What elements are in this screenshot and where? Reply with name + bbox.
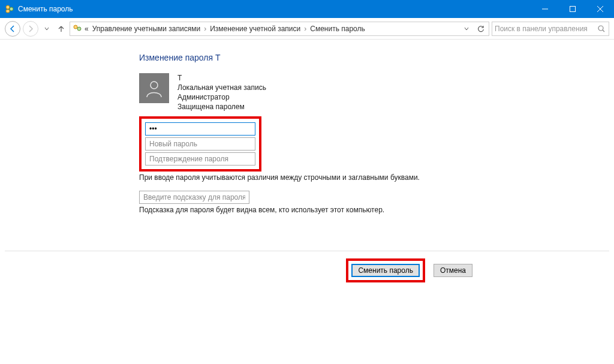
minimize-button[interactable] [531,0,559,18]
current-password-input[interactable] [145,122,255,136]
breadcrumb-prefix: « [83,25,90,33]
hint-visibility-note: Подсказка для пароля будет видна всем, к… [139,205,614,215]
svg-point-9 [598,26,603,31]
search-input[interactable] [495,25,597,33]
account-role: Администратор [177,92,266,102]
password-fields-highlight [139,116,261,172]
account-details: T Локальная учетная запись Администратор… [177,73,266,112]
confirm-password-input[interactable] [145,152,255,166]
chevron-right-icon[interactable]: › [203,25,207,33]
svg-point-7 [74,25,77,29]
page-title: Изменение пароля T [139,53,614,62]
breadcrumb-seg[interactable]: Управление учетными записями [91,25,201,33]
close-button[interactable] [586,0,614,18]
svg-point-1 [10,7,13,11]
cancel-button[interactable]: Отмена [434,264,472,277]
dialog-footer: Сменить пароль Отмена [5,251,609,282]
avatar [139,73,169,103]
account-summary: T Локальная учетная запись Администратор… [139,73,614,112]
user-accounts-icon [5,4,14,14]
search-icon[interactable] [597,24,606,34]
window-title: Сменить пароль [18,5,531,13]
search-box[interactable] [492,22,609,36]
account-name: T [177,73,266,83]
navigation-bar: « Управление учетными записями › Изменен… [0,18,614,40]
new-password-input[interactable] [145,137,255,151]
address-dropdown-icon[interactable] [460,22,473,35]
nav-up-button[interactable] [55,23,67,35]
svg-rect-2 [6,10,10,13]
breadcrumb-seg[interactable]: Сменить пароль [309,25,366,33]
button-row: Сменить пароль Отмена [346,258,472,282]
content-area: Изменение пароля T T Локальная учетная з… [0,40,614,364]
svg-rect-4 [570,7,576,12]
nav-history-dropdown[interactable] [41,23,53,35]
refresh-icon[interactable] [474,22,487,35]
case-sensitive-hint: При вводе пароля учитываются различия ме… [139,173,614,182]
window-controls [531,0,614,18]
account-protection: Защищена паролем [177,102,266,112]
svg-point-8 [77,27,81,31]
account-type: Локальная учетная запись [177,83,266,92]
titlebar: Сменить пароль [0,0,614,18]
change-password-button[interactable]: Сменить пароль [351,264,420,277]
svg-point-0 [6,5,10,9]
address-bar[interactable]: « Управление учетными записями › Изменен… [70,22,489,36]
user-accounts-icon [73,24,82,34]
breadcrumb-seg[interactable]: Изменение учетной записи [209,25,302,33]
password-hint-input[interactable] [139,191,249,204]
svg-point-11 [151,82,158,89]
nav-forward-button[interactable] [23,21,38,37]
svg-line-10 [603,30,604,32]
cancel-wrapper: Отмена [434,258,472,277]
submit-button-highlight: Сменить пароль [346,258,425,282]
maximize-button[interactable] [559,0,586,18]
chevron-right-icon[interactable]: › [303,25,308,33]
nav-back-button[interactable] [5,21,20,37]
